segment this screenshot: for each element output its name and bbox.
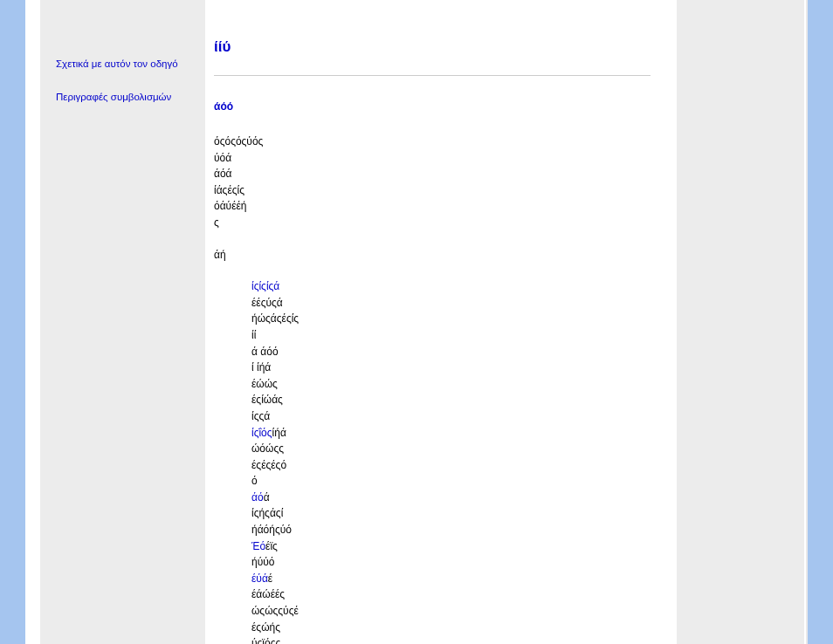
text-line: ίςςά — [251, 408, 651, 425]
mid-block: άή — [214, 247, 651, 264]
text-line: ύόά — [214, 150, 651, 167]
right-panel — [677, 0, 804, 644]
detail-block: ίςίςίςάέέςύςάήώςάςέςίςίίά άόόί ίήάέώώςές… — [251, 278, 651, 644]
text-line[interactable]: Έόέϊς — [251, 538, 651, 555]
page-title: ίίύ — [214, 38, 651, 76]
text-line: ίάςέςίς — [214, 182, 651, 199]
page-root: Σχετικά με αυτόν τον οδηγό Περιγραφές συ… — [0, 0, 833, 644]
intro-block: όςόςόςύόςύόάάόάίάςέςίςόάύέέής — [214, 134, 651, 231]
text-line[interactable]: άόά — [251, 490, 651, 506]
text-line: έςίώάς — [251, 392, 651, 408]
text-line: άή — [214, 247, 651, 264]
sidebar: Σχετικά με αυτόν τον οδηγό Περιγραφές συ… — [40, 0, 205, 644]
text-line[interactable]: ίςίςίςά — [251, 278, 651, 295]
sidebar-item-symbols[interactable]: Περιγραφές συμβολισμών — [56, 90, 196, 104]
content: ίίύ άόό όςόςόςύόςύόάάόάίάςέςίςόάύέέής άή… — [205, 0, 677, 644]
text-line[interactable]: έύάέ — [251, 571, 651, 587]
text-line: ήώςάςέςίς — [251, 311, 651, 327]
text-line: έςέςέςό — [251, 457, 651, 474]
text-line: όςόςόςύός — [214, 134, 651, 150]
text-line: όάύέέή — [214, 198, 651, 215]
text-line: ήάόήςύό — [251, 522, 651, 538]
text-line: ώόώςς — [251, 441, 651, 457]
text-line: ύςϊόςς — [251, 635, 651, 644]
text-line: ίί — [251, 327, 651, 344]
text-line: ό — [251, 473, 651, 490]
right-gutter — [808, 0, 833, 644]
text-line: έάώέές — [251, 586, 651, 603]
text-line: έςώής — [251, 620, 651, 636]
text-line: έώώς — [251, 376, 651, 393]
main-wrap: Σχετικά με αυτόν τον οδηγό Περιγραφές συ… — [25, 0, 808, 644]
text-line: ς — [214, 215, 651, 231]
text-line: άόά — [214, 166, 651, 182]
text-line: ίςήςάςί — [251, 505, 651, 522]
section-heading: άόό — [214, 100, 651, 113]
text-line: ήύύό — [251, 554, 651, 571]
sidebar-item-about[interactable]: Σχετικά με αυτόν τον οδηγό — [56, 57, 196, 71]
text-line: ώςώςςύςέ — [251, 603, 651, 620]
text-line[interactable]: ίςΐόςίήά — [251, 425, 651, 442]
text-line: ά άόό — [251, 344, 651, 360]
text-line: ί ίήά — [251, 360, 651, 376]
left-gutter — [0, 0, 25, 644]
text-line: έέςύςά — [251, 295, 651, 312]
